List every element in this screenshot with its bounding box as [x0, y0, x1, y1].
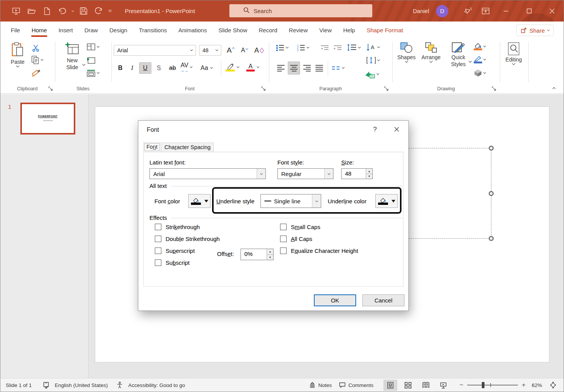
avatar[interactable]: D [436, 5, 448, 17]
slide-thumbnail[interactable]: POWERPOINT [20, 103, 75, 135]
checkbox-subscript[interactable]: Subscript [155, 259, 190, 266]
new-slide-button[interactable]: New Slide [61, 42, 83, 71]
notes-button[interactable]: Notes [309, 382, 332, 388]
selection-handle-middle-right[interactable] [489, 191, 494, 196]
font-name-combobox[interactable]: Arial [114, 45, 196, 56]
tab-help[interactable]: Help [337, 22, 361, 38]
open-icon[interactable] [26, 5, 37, 17]
search-box[interactable]: Search [229, 4, 372, 17]
columns-button[interactable] [332, 62, 344, 74]
zoom-level[interactable]: 62% [532, 382, 542, 388]
offset-up-icon[interactable]: ▲ [267, 249, 273, 255]
format-painter-icon[interactable] [31, 68, 41, 78]
slide-indicator[interactable]: Slide 1 of 1 [6, 382, 32, 388]
user-name[interactable]: Daniel [413, 8, 429, 14]
selection-handle-bottom-right[interactable] [489, 236, 494, 241]
align-left-button[interactable] [275, 62, 286, 74]
spell-check-icon[interactable] [43, 382, 50, 389]
underline-color-picker[interactable] [375, 194, 398, 208]
new-file-icon[interactable] [41, 5, 53, 17]
slide-sorter-view-button[interactable] [401, 380, 415, 391]
share-button[interactable]: Share [516, 25, 554, 36]
slide-layout-icon[interactable] [86, 43, 99, 51]
tab-review[interactable]: Review [283, 22, 314, 38]
decrease-indent-icon[interactable] [320, 45, 329, 51]
undo-dropdown-icon[interactable] [71, 9, 74, 12]
character-spacing-button[interactable]: AV↔→ [181, 61, 192, 73]
checkbox-small-caps[interactable]: Small Caps [280, 224, 320, 230]
shape-effects-icon[interactable] [474, 69, 486, 77]
redo-icon[interactable] [93, 5, 105, 17]
checkbox-equalize-character-height[interactable]: Equalize Character Height [280, 247, 358, 254]
double-strikethrough-checkbox[interactable] [155, 236, 161, 242]
italic-button[interactable]: I [128, 62, 137, 74]
cancel-button[interactable]: Cancel [362, 294, 405, 306]
undo-icon[interactable] [56, 5, 68, 17]
font-dialog-launcher[interactable] [261, 86, 266, 91]
tab-transitions[interactable]: Transitions [133, 22, 173, 38]
dialog-help-button[interactable]: ? [369, 126, 381, 133]
close-button[interactable] [541, 0, 564, 22]
underline-style-dropdown-icon[interactable] [312, 194, 321, 208]
offset-down-icon[interactable]: ▼ [267, 255, 273, 260]
checkbox-double-strikethrough[interactable]: Double Strikethrough [155, 236, 220, 242]
start-slideshow-icon[interactable] [10, 5, 22, 17]
size-spinner[interactable]: 48 ▲▼ [341, 168, 373, 179]
drawing-dialog-launcher[interactable] [491, 86, 497, 91]
tab-animations[interactable]: Animations [173, 22, 212, 38]
ribbon-display-options-icon[interactable] [477, 0, 494, 22]
convert-smartart-icon[interactable] [365, 70, 379, 78]
tab-home[interactable]: Home [26, 22, 53, 38]
tab-insert[interactable]: Insert [53, 22, 79, 38]
increase-font-size-button[interactable]: A [225, 45, 236, 56]
customize-qat-icon[interactable] [108, 10, 112, 12]
all-caps-checkbox[interactable] [280, 236, 287, 242]
dialog-tab-font[interactable]: Font [143, 142, 161, 152]
reset-slide-icon[interactable] [86, 56, 96, 65]
small-caps-checkbox[interactable] [280, 224, 287, 230]
tab-record[interactable]: Record [253, 22, 283, 38]
size-up-icon[interactable]: ▲ [366, 169, 372, 174]
decrease-font-size-button[interactable]: A [239, 45, 250, 56]
dialog-tab-character-spacing[interactable]: Character Spacing [161, 143, 214, 152]
align-center-button[interactable] [288, 61, 300, 75]
latin-text-font-combobox[interactable]: Arial [149, 168, 266, 179]
text-shadow-button[interactable]: S [154, 62, 164, 74]
tab-design[interactable]: Design [104, 22, 133, 38]
increase-indent-icon[interactable] [333, 45, 342, 51]
comments-button[interactable]: Comments [339, 382, 373, 388]
paragraph-dialog-launcher[interactable] [384, 86, 389, 91]
text-direction-icon[interactable]: A [366, 43, 380, 51]
zoom-out-button[interactable]: − [459, 381, 463, 389]
zoom-slider-handle[interactable] [482, 382, 484, 388]
tab-draw[interactable]: Draw [79, 22, 104, 38]
checkbox-all-caps[interactable]: All Caps [280, 236, 312, 242]
checkbox-strikethrough[interactable]: Strikethrough [155, 224, 200, 230]
selection-handle-top-right[interactable] [489, 146, 494, 151]
clear-formatting-button[interactable]: A [252, 45, 265, 56]
text-highlight-button[interactable] [226, 61, 239, 73]
font-color-button[interactable]: A [246, 61, 259, 73]
subscript-checkbox[interactable] [155, 259, 161, 266]
superscript-checkbox[interactable] [155, 247, 161, 254]
coming-soon-icon[interactable] [459, 0, 477, 22]
clipboard-dialog-launcher[interactable] [48, 86, 53, 91]
font-color-picker[interactable] [188, 194, 211, 208]
font-size-combobox[interactable]: 48 [199, 45, 221, 56]
tab-file[interactable]: File [5, 22, 26, 38]
fit-slide-to-window-button[interactable] [546, 380, 560, 391]
quick-styles-button[interactable]: Quick Styles [446, 42, 471, 68]
arrange-button[interactable]: Arrange [420, 42, 442, 62]
justify-button[interactable] [314, 62, 325, 74]
strikethrough-button[interactable]: ab [166, 62, 179, 74]
bullets-icon[interactable] [275, 44, 288, 51]
font-style-combobox[interactable]: Regular [277, 168, 333, 179]
zoom-slider[interactable] [467, 385, 518, 385]
underline-style-combobox[interactable]: Single line [260, 194, 321, 208]
shape-fill-icon[interactable] [474, 43, 486, 50]
align-text-icon[interactable] [366, 56, 380, 64]
bold-button[interactable]: B [115, 62, 125, 74]
latin-font-dropdown-icon[interactable] [257, 169, 265, 179]
shapes-button[interactable]: Shapes [397, 42, 416, 62]
zoom-in-button[interactable]: + [522, 381, 526, 389]
